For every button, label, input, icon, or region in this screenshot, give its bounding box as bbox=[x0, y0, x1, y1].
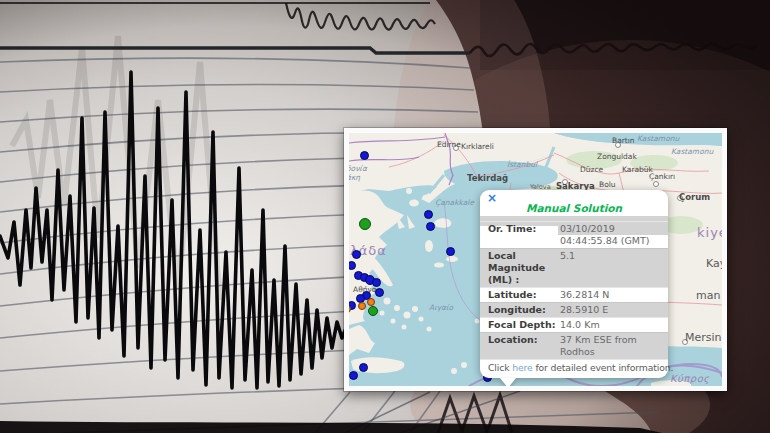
popup-row: Longitude:28.5910 E bbox=[480, 302, 668, 317]
earthquake-map-window: EdirneKırklareliBartınKastamonuKastamonu… bbox=[344, 128, 727, 391]
popup-row-label: Focal Depth: bbox=[480, 318, 558, 332]
earthquake-marker-blue[interactable] bbox=[349, 371, 358, 380]
event-details-link[interactable]: here bbox=[512, 362, 532, 373]
popup-row-value: 28.5910 E bbox=[558, 303, 668, 317]
town-marker bbox=[677, 195, 683, 201]
popup-table: Or. Time:03/10/2019 04:44:55.84 (GMT)Loc… bbox=[480, 221, 668, 359]
popup-row-value: 5.1 bbox=[558, 249, 668, 287]
popup-row-value: 37 Km ESE from Rodhos bbox=[558, 333, 668, 359]
popup-row: Or. Time:03/10/2019 04:44:55.84 (GMT) bbox=[480, 221, 668, 248]
popup-title: Manual Solution bbox=[480, 190, 668, 216]
popup-row-value: 36.2814 N bbox=[558, 288, 668, 302]
town-marker bbox=[453, 145, 459, 151]
town-marker bbox=[615, 142, 621, 148]
popup-row-label: Location: bbox=[480, 333, 558, 359]
close-icon[interactable]: × bbox=[487, 192, 497, 204]
map-viewport[interactable]: EdirneKırklareliBartınKastamonuKastamonu… bbox=[349, 133, 722, 386]
footer-suffix: for detailed event information. bbox=[533, 362, 674, 373]
screenshot-root: EdirneKırklareliBartınKastamonuKastamonu… bbox=[0, 0, 770, 433]
popup-row-label: Latitude: bbox=[480, 288, 558, 302]
earthquake-marker-blue[interactable] bbox=[375, 288, 384, 297]
town-marker bbox=[653, 181, 659, 187]
event-details-popup: × Manual Solution Or. Time:03/10/2019 04… bbox=[480, 190, 668, 378]
earthquake-marker-orange[interactable] bbox=[367, 298, 375, 306]
earthquake-marker-blue[interactable] bbox=[424, 210, 433, 219]
popup-row: Location:37 Km ESE from Rodhos bbox=[480, 332, 668, 359]
earthquake-marker-blue[interactable] bbox=[349, 261, 356, 270]
popup-row: Local Magnitude (ML) :5.1 bbox=[480, 248, 668, 287]
popup-row-label: Local Magnitude (ML) : bbox=[480, 249, 558, 287]
popup-row-value: 14.0 Km bbox=[558, 318, 668, 332]
earthquake-marker-green[interactable] bbox=[368, 306, 378, 316]
earthquake-marker-orange[interactable] bbox=[358, 302, 366, 310]
earthquake-marker-blue[interactable] bbox=[352, 250, 361, 259]
earthquake-marker-blue[interactable] bbox=[372, 278, 381, 287]
footer-prefix: Click bbox=[488, 362, 512, 373]
earthquake-marker-green[interactable] bbox=[359, 218, 371, 230]
earthquake-marker-blue[interactable] bbox=[446, 247, 455, 256]
popup-row-value: 03/10/2019 04:44:55.84 (GMT) bbox=[558, 222, 668, 248]
popup-row-label: Longitude: bbox=[480, 303, 558, 317]
popup-tail bbox=[500, 378, 516, 386]
popup-footer: Click here for detailed event informatio… bbox=[480, 359, 668, 378]
earthquake-marker-blue[interactable] bbox=[359, 363, 368, 372]
earthquake-marker-blue[interactable] bbox=[426, 222, 435, 231]
popup-row: Focal Depth:14.0 Km bbox=[480, 317, 668, 332]
popup-row-label: Or. Time: bbox=[480, 222, 558, 248]
popup-row: Latitude:36.2814 N bbox=[480, 287, 668, 302]
town-marker bbox=[682, 339, 688, 345]
town-marker bbox=[562, 179, 568, 185]
earthquake-marker-blue[interactable] bbox=[360, 151, 369, 160]
